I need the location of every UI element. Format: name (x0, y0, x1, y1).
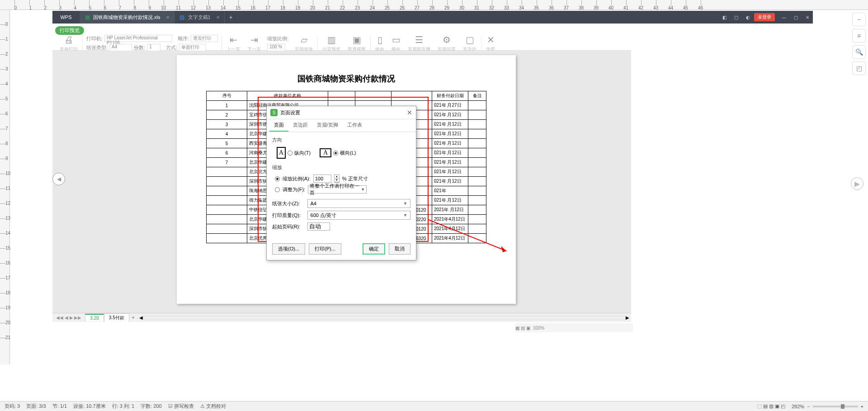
tab-label: 国铁商城物资采购付款情况.xls (93, 14, 160, 21)
doc-icon: ▤ (179, 14, 185, 20)
zoom-in[interactable]: + (861, 404, 863, 409)
order-select[interactable]: 逐页打印 (191, 35, 218, 42)
scale-spinner[interactable]: ▲▼ (334, 175, 340, 183)
tab-spreadsheet[interactable]: ▦ 国铁商城物资采购付款情况.xls ✕ (80, 11, 175, 24)
page-scale-button[interactable]: ▱页面缩放 (291, 34, 316, 52)
page-scale-icon: ▱ (301, 34, 307, 45)
image-handle[interactable]: ▶ (851, 177, 863, 190)
hscroll-right[interactable]: ▶ (626, 315, 629, 320)
printer-select[interactable]: HP LaserJet Professional P1106 (104, 35, 172, 42)
mode-select[interactable]: 单面打印 (179, 44, 206, 51)
zoom-out[interactable]: − (807, 404, 810, 409)
landscape-radio[interactable] (333, 151, 338, 156)
portrait-button[interactable]: ▯纵向 (372, 34, 388, 52)
direct-print-button[interactable]: 🖨 直接打印 (56, 35, 81, 52)
minimize-btn[interactable]: — (778, 12, 789, 23)
notification-btn[interactable]: ◧ (719, 12, 730, 23)
orientation-group-label: 方向 (272, 137, 410, 143)
start-page-label: 起始页码(R): (272, 223, 304, 230)
landscape-icon: ▭ (392, 34, 401, 45)
sheet-tabs-bar: ◀◀ ◀ ▶ ▶▶ 3.20 3.5付款 + ◀▶ (52, 313, 631, 322)
copies-spin[interactable]: 1 (147, 44, 160, 51)
paper-select[interactable]: A4 (109, 44, 132, 51)
landscape-option[interactable]: A 横向(L) (320, 148, 356, 157)
status-section: 节: 1/1 (52, 403, 67, 410)
sheet-nav[interactable]: ◀◀ ◀ ▶ ▶▶ (52, 315, 85, 320)
col-seq: 序号 (207, 91, 247, 101)
landscape-button[interactable]: ▭横向 (388, 34, 404, 52)
tab-close[interactable]: ✕ (216, 15, 220, 20)
preview-mode-badge: 打印预览 (55, 26, 84, 35)
tab-add[interactable]: + (225, 11, 237, 24)
sheet-tab[interactable]: 3.5付款 (104, 313, 129, 322)
margins-button[interactable]: ▢页边距 (459, 34, 480, 52)
tab-header-footer[interactable]: 页眉/页脚 (312, 119, 343, 132)
page-break-button[interactable]: ▥分页预览 (319, 34, 344, 52)
fit-radio[interactable] (275, 187, 280, 192)
status-bar: 页码: 3 页面: 3/3 节: 1/1 设值: 10.7厘米 行: 3 列: … (0, 401, 868, 411)
scale-ratio-input[interactable] (313, 175, 331, 183)
mode-label: 方式: (166, 44, 177, 51)
col-paydate: 财务付款日期 (432, 91, 468, 101)
next-page-button[interactable]: ⇥下一页 (244, 34, 264, 52)
portrait-option[interactable]: A 纵向(T) (277, 147, 311, 159)
tab-close[interactable]: ✕ (166, 15, 170, 20)
maximize-btn[interactable]: ▢ (790, 12, 801, 23)
next-icon: ⇥ (250, 34, 258, 45)
fit-select[interactable]: 将整个工作表打印在一页▼ (308, 185, 367, 194)
prev-page-handle[interactable]: ◀ (52, 173, 65, 185)
zoom-in-button[interactable]: 🔍 (852, 45, 866, 59)
tab-page[interactable]: 页面 (269, 119, 288, 132)
landscape-icon: A (320, 148, 331, 157)
tab-label: 文字文稿1 (188, 14, 211, 21)
dialog-print-button[interactable]: 打印(P)... (309, 243, 341, 255)
page-setup-button[interactable]: ⚙页面设置 (434, 34, 459, 52)
dialog-options-button[interactable]: 选项(O)... (272, 243, 305, 255)
scale-label: 缩放比例: (267, 35, 288, 42)
scale-ratio-label: 缩放比例(A): (283, 175, 311, 182)
tab-document[interactable]: ▤ 文字文稿1 ✕ (175, 11, 225, 24)
print-quality-select[interactable]: 600 点/英寸▼ (307, 211, 410, 220)
paper-size-select[interactable]: A4▼ (307, 199, 410, 208)
apps-btn[interactable]: ▢ (731, 12, 741, 23)
normal-view-button[interactable]: ▣普通视图 (344, 34, 369, 52)
prev-page-button[interactable]: ⇤上一页 (223, 34, 244, 52)
panel-button[interactable]: ≡ (852, 29, 866, 43)
dialog-cancel-button[interactable]: 取消 (389, 243, 410, 255)
mini-zoom-bar: ▦ ▤ ▣ 100% (515, 323, 633, 332)
tab-sheet[interactable]: 工作表 (343, 119, 367, 132)
start-page-input[interactable] (307, 222, 330, 231)
dialog-close-button[interactable]: ✕ (407, 109, 412, 116)
portrait-radio[interactable] (288, 151, 292, 156)
status-spell[interactable]: ☑ 拼写检查 (168, 403, 194, 410)
table-header-row: 序号 收款单位名称 财务付款日期 备注 (207, 91, 486, 101)
side-toolbar: − ≡ 🔍 ◰ (850, 11, 868, 75)
status-pages: 页面: 3/3 (26, 403, 46, 410)
hscroll-track[interactable] (143, 316, 626, 320)
ruler-horizontal: document.write(Array.from({length:47},(_… (0, 0, 868, 10)
close-btn[interactable]: ✕ (802, 12, 813, 23)
xls-icon: ▦ (84, 14, 90, 20)
dialog-ok-button[interactable]: 确定 (363, 243, 385, 255)
sheet-tab-active[interactable]: 3.20 (85, 314, 104, 321)
hscroll-left[interactable]: ◀ (139, 315, 143, 320)
scale-ratio-radio[interactable] (275, 176, 280, 181)
view-mode-icons[interactable]: ▦ ▤ ▣ (515, 326, 530, 331)
theme-btn[interactable]: ◐ (742, 12, 753, 23)
view-switcher[interactable]: ⬚ ▤ ▥ ▣ ◰ (757, 403, 785, 409)
status-docauth[interactable]: ⚠ 文档校对 (200, 403, 226, 410)
tab-margins[interactable]: 页边距 (288, 119, 312, 132)
zoom-slider[interactable] (813, 406, 858, 407)
zoom-out-button[interactable]: − (852, 13, 866, 26)
scale-value[interactable]: 100 % (267, 44, 285, 51)
login-button[interactable]: 未登录 (754, 13, 775, 21)
header-footer-button[interactable]: ☰页眉和页脚 (404, 34, 434, 52)
wps-logo: WPS (52, 11, 80, 24)
dialog-tabs: 页面 页边距 页眉/页脚 工作表 (267, 119, 416, 132)
printer-label: 打印机: (86, 35, 103, 42)
crop-button[interactable]: ◰ (852, 61, 866, 75)
sheet-add[interactable]: + (129, 314, 137, 321)
prev-icon: ⇤ (230, 34, 237, 45)
close-preview-button[interactable]: ✕关闭 (482, 34, 499, 52)
dialog-titlebar[interactable]: S 页面设置 ✕ (267, 106, 416, 119)
